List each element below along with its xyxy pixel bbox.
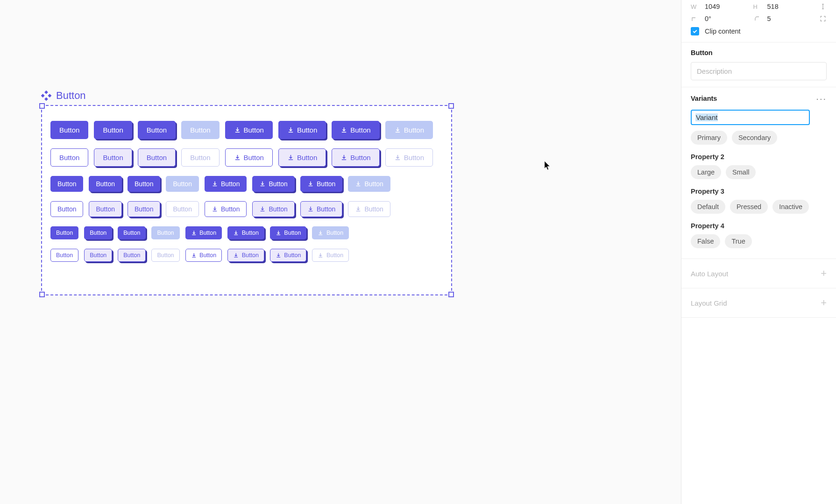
variant-button[interactable]: Button: [225, 121, 273, 139]
variant-button[interactable]: Button: [128, 201, 160, 217]
variant-button[interactable]: Button: [50, 121, 88, 139]
variant-button[interactable]: Button: [205, 176, 247, 192]
resize-handle-br[interactable]: [448, 292, 454, 297]
variant-value-chip[interactable]: Small: [726, 165, 756, 179]
component-heading: Button: [691, 49, 827, 56]
variant-value-chip[interactable]: False: [691, 234, 720, 248]
corner-radius-icon: [753, 15, 761, 22]
width-value[interactable]: 1049: [705, 3, 748, 10]
variants-more-icon[interactable]: ···: [816, 94, 827, 103]
resize-handle-tl[interactable]: [39, 103, 45, 109]
download-icon: [394, 154, 401, 161]
variant-property-label[interactable]: Property 3: [691, 188, 827, 195]
variant-button[interactable]: Button: [94, 121, 132, 139]
variant-button[interactable]: Button: [166, 201, 198, 217]
download-icon: [355, 206, 361, 212]
variant-value-chip[interactable]: Large: [691, 165, 721, 179]
variant-button[interactable]: Button: [300, 201, 342, 217]
variant-value-chip[interactable]: True: [725, 234, 751, 248]
transform-section: W 1049 H 518 0° 5 Clip content: [681, 0, 836, 42]
variant-button[interactable]: Button: [227, 249, 264, 262]
width-label: W: [691, 3, 699, 10]
clip-content-label: Clip content: [705, 28, 741, 35]
download-icon: [287, 154, 294, 161]
variant-button[interactable]: Button: [252, 176, 294, 192]
component-set-icon: [41, 91, 51, 101]
variant-button[interactable]: Button: [50, 148, 88, 167]
constrain-proportions-icon[interactable]: [819, 3, 827, 10]
download-icon: [234, 126, 241, 133]
auto-layout-label: Auto Layout: [691, 270, 728, 278]
plus-icon: +: [821, 268, 827, 279]
variant-button[interactable]: Button: [348, 201, 390, 217]
variant-button[interactable]: Button: [312, 226, 349, 239]
variant-button[interactable]: Button: [84, 226, 112, 239]
variant-button[interactable]: Button: [50, 176, 83, 192]
variant-button[interactable]: Button: [89, 176, 121, 192]
clip-content-checkbox[interactable]: [691, 27, 699, 35]
variant-button[interactable]: Button: [270, 249, 307, 262]
component-set-frame[interactable]: Button Button Button Button Button Butto…: [41, 105, 452, 295]
variant-button[interactable]: Button: [185, 249, 222, 262]
component-title: Button: [41, 90, 86, 102]
variant-property-label[interactable]: Property 2: [691, 153, 827, 161]
variant-button[interactable]: Button: [50, 249, 78, 262]
svg-rect-3: [48, 94, 51, 98]
resize-handle-bl[interactable]: [39, 292, 45, 297]
variant-value-chip[interactable]: Default: [691, 200, 725, 214]
variant-button[interactable]: Button: [166, 176, 198, 192]
variant-button[interactable]: Button: [225, 148, 273, 167]
auto-layout-section[interactable]: Auto Layout +: [681, 259, 836, 288]
height-value[interactable]: 518: [767, 3, 810, 10]
variant-button[interactable]: Button: [227, 226, 264, 239]
variant-button[interactable]: Button: [278, 121, 326, 139]
independent-corners-icon[interactable]: [819, 15, 827, 22]
variant-value-chip[interactable]: Primary: [691, 131, 727, 145]
variant-button[interactable]: Button: [181, 121, 219, 139]
variant-button[interactable]: Button: [50, 201, 83, 217]
variant-button[interactable]: Button: [94, 148, 132, 167]
download-icon: [394, 126, 401, 133]
download-icon: [318, 252, 324, 259]
variant-button[interactable]: Button: [118, 226, 146, 239]
variant-button[interactable]: Button: [151, 226, 179, 239]
variant-button[interactable]: Button: [385, 148, 433, 167]
variant-button[interactable]: Button: [332, 148, 379, 167]
variant-property-name-input[interactable]: Variant: [691, 110, 810, 125]
variant-button[interactable]: Button: [185, 226, 222, 239]
variant-button[interactable]: Button: [312, 249, 349, 262]
variant-button[interactable]: Button: [205, 201, 247, 217]
variant-button[interactable]: Button: [385, 121, 433, 139]
variant-button[interactable]: Button: [89, 201, 121, 217]
layout-grid-section[interactable]: Layout Grid +: [681, 288, 836, 318]
component-description-input[interactable]: [691, 62, 827, 80]
variant-value-chip[interactable]: Pressed: [730, 200, 768, 214]
download-icon: [212, 181, 218, 187]
variant-property-name-value: Variant: [695, 113, 718, 121]
variant-button[interactable]: Button: [278, 148, 326, 167]
variant-button[interactable]: Button: [50, 226, 78, 239]
variant-button[interactable]: Button: [138, 148, 176, 167]
variant-button[interactable]: Button: [138, 121, 176, 139]
corner-radius-value[interactable]: 5: [767, 15, 810, 22]
variant-button[interactable]: Button: [300, 176, 342, 192]
variant-button[interactable]: Button: [348, 176, 390, 192]
variant-button[interactable]: Button: [151, 249, 179, 262]
variant-button[interactable]: Button: [270, 226, 307, 239]
variant-row: Button Button Button Button Button Butto…: [50, 226, 443, 239]
svg-rect-1: [44, 97, 48, 101]
variant-button[interactable]: Button: [84, 249, 112, 262]
variant-button[interactable]: Button: [252, 201, 294, 217]
variant-button[interactable]: Button: [332, 121, 379, 139]
variant-value-chip[interactable]: Inactive: [772, 200, 809, 214]
inspector-panel: W 1049 H 518 0° 5 Clip content Button Va…: [681, 0, 836, 504]
variant-button[interactable]: Button: [128, 176, 160, 192]
download-icon: [191, 230, 197, 236]
variant-button[interactable]: Button: [181, 148, 219, 167]
variant-property-label[interactable]: Property 4: [691, 222, 827, 230]
variant-value-chip[interactable]: Secondary: [732, 131, 777, 145]
design-canvas[interactable]: Button Button Button Button Button Butto…: [0, 0, 681, 504]
rotation-value[interactable]: 0°: [705, 15, 748, 22]
variant-button[interactable]: Button: [118, 249, 146, 262]
resize-handle-tr[interactable]: [448, 103, 454, 109]
